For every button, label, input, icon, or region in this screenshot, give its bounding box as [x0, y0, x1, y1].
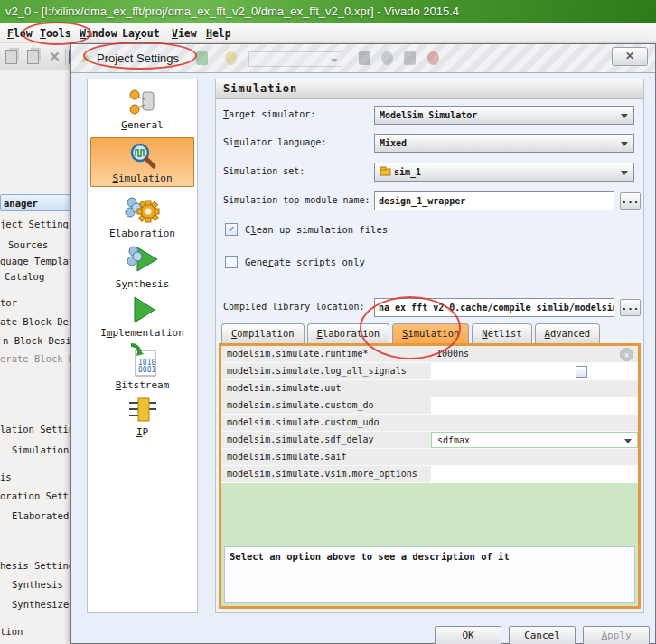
paste-icon[interactable] [27, 50, 39, 64]
ghost-toolbar-icon [359, 51, 370, 65]
window-titlebar: v2_0 - [I:/xilinx/dma_ex_fft/proj/dma_ex… [0, 0, 656, 23]
checkbox-unchecked-icon[interactable] [576, 366, 587, 378]
flow-nav-item[interactable]: hesis Setting [0, 559, 74, 572]
category-implementation[interactable]: Implementation [90, 294, 194, 341]
simulator-language-label: Simulator language: [223, 137, 326, 147]
scripts-only-checkbox-row[interactable]: Generate scripts only [225, 256, 406, 269]
option-value[interactable]: 1000ns [431, 346, 638, 362]
close-icon[interactable]: ✕ [620, 348, 633, 361]
elaboration-icon [125, 193, 161, 226]
compiled-lib-input[interactable]: na_ex_fft_v2_0.cache/compile_simlib/mode… [374, 298, 614, 317]
options-table: modelsim.simulate.runtime* 1000ns ✕ mode… [221, 346, 638, 483]
target-simulator-value: ModelSim Simulator [380, 110, 477, 120]
simulation-options-box: modelsim.simulate.runtime* 1000ns ✕ mode… [219, 343, 641, 609]
tab-advanced[interactable]: Advanced [535, 323, 601, 343]
option-value[interactable] [431, 449, 638, 465]
category-label: Bitstream [90, 379, 194, 391]
flow-nav-item[interactable]: ate Block Desi [0, 315, 80, 328]
simulation-set-value: sim_1 [394, 167, 421, 177]
flow-nav-item[interactable]: guage Template [0, 255, 80, 267]
compiled-lib-browse-button[interactable]: ... [620, 299, 641, 316]
category-elaboration[interactable]: Elaboration [90, 193, 194, 240]
flow-nav-item[interactable]: ject Settings [0, 218, 74, 230]
category-label: General [90, 119, 194, 131]
delete-icon[interactable]: ✕ [49, 49, 61, 65]
tab-elaboration[interactable]: Elaboration [307, 323, 390, 343]
implementation-icon [127, 294, 158, 325]
category-label: Synthesis [90, 278, 194, 290]
table-row[interactable]: modelsim.simulate.custom_do [221, 397, 638, 415]
top-module-browse-button[interactable]: ... [620, 192, 641, 210]
option-value[interactable] [431, 380, 638, 397]
flow-nav-item[interactable]: Catalog [5, 270, 44, 283]
folder-icon [380, 166, 391, 176]
copy-icon[interactable] [5, 50, 17, 64]
top-module-value: design_1_wrapper [379, 196, 465, 206]
ghost-arrow-icon [79, 51, 93, 69]
flow-nav-item[interactable]: anager [4, 197, 38, 210]
toolbar-separator [65, 49, 66, 65]
menu-view[interactable]: View [168, 26, 201, 42]
dialog-titlebar[interactable]: Project Settings ✕ [71, 44, 655, 73]
category-ip[interactable]: IP [90, 396, 194, 441]
category-simulation[interactable]: Simulation [90, 137, 194, 187]
category-synthesis[interactable]: Synthesis [90, 242, 194, 291]
checkbox-checked-icon[interactable]: ✓ [225, 223, 238, 236]
menu-layout[interactable]: Layout [118, 26, 164, 42]
ip-icon [127, 396, 158, 425]
project-settings-dialog: Project Settings ✕ General [70, 43, 656, 644]
category-general[interactable]: General [90, 87, 194, 134]
menu-flow[interactable]: Flow [4, 26, 36, 42]
ok-button[interactable]: OK [435, 626, 501, 644]
dialog-title: Project Settings [97, 51, 179, 65]
simulator-language-select[interactable]: Mixed [374, 134, 634, 153]
category-bitstream[interactable]: 1010 0001 Bitstream [90, 343, 194, 392]
option-value[interactable] [431, 363, 638, 379]
svg-text:0001: 0001 [138, 366, 155, 374]
table-row[interactable]: modelsim.simulate.sdf_delay sdfmax [221, 432, 638, 449]
option-value[interactable] [431, 466, 638, 482]
menu-tools[interactable]: Tools [36, 26, 75, 42]
checkbox-unchecked-icon[interactable] [225, 256, 238, 268]
sdf-delay-value: sdfmax [437, 435, 470, 445]
flow-nav-item[interactable]: lation Settin [0, 423, 74, 435]
simulation-set-select[interactable]: sim_1 [374, 163, 634, 182]
ghost-red-icon [427, 51, 439, 65]
tab-netlist[interactable]: Netlist [472, 323, 531, 343]
cancel-button[interactable]: Cancel [509, 626, 576, 644]
category-label: Implementation [90, 327, 194, 339]
table-row[interactable]: modelsim.simulate.uut [221, 380, 638, 397]
table-row[interactable]: modelsim.simulate.vsim.more_options [221, 466, 638, 483]
category-label: Simulation [91, 173, 193, 184]
option-name: modelsim.simulate.uut [221, 380, 431, 397]
option-value[interactable] [431, 415, 638, 431]
menu-bar: Flow Tools Window Layout View Help [0, 23, 656, 43]
options-tab-bar: Compilation Elaboration Simulation Netli… [221, 323, 603, 343]
flow-nav-item[interactable]: tor [0, 296, 17, 309]
option-name: modelsim.simulate.custom_udo [221, 415, 431, 431]
dialog-close-button[interactable]: ✕ [612, 47, 648, 66]
table-row[interactable]: modelsim.simulate.custom_udo [221, 415, 638, 432]
flow-nav-item[interactable]: is [0, 471, 12, 483]
table-row[interactable]: modelsim.simulate.saif [221, 449, 638, 466]
ghost-green-icon [196, 51, 208, 65]
flow-nav-item[interactable]: Sources [8, 238, 48, 251]
flow-nav-item[interactable]: oration Setti [0, 490, 74, 502]
menu-help[interactable]: Help [202, 26, 235, 42]
flow-nav-item[interactable]: Synthesized [12, 598, 75, 611]
option-value-dropdown[interactable]: sdfmax [431, 432, 638, 448]
top-module-input[interactable]: design_1_wrapper [374, 191, 614, 210]
apply-button[interactable]: Apply [583, 626, 650, 644]
flow-nav-item[interactable]: Synthesis [12, 578, 63, 591]
menu-window[interactable]: Window [76, 26, 121, 42]
flow-nav-item[interactable]: Simulation [12, 443, 69, 456]
table-row[interactable]: modelsim.simulate.runtime* 1000ns ✕ [221, 346, 638, 363]
flow-nav-item[interactable]: tion [0, 625, 23, 638]
option-value[interactable] [431, 397, 638, 414]
tab-compilation[interactable]: Compilation [221, 323, 305, 343]
table-row[interactable]: modelsim.simulate.log_all_signals [221, 363, 638, 380]
target-simulator-select[interactable]: ModelSim Simulator [374, 106, 634, 125]
cleanup-checkbox-row[interactable]: ✓ Clean up simulation files [225, 223, 406, 237]
tab-simulation[interactable]: Simulation [392, 323, 469, 343]
flow-nav-item[interactable]: erate Block De [0, 352, 80, 365]
